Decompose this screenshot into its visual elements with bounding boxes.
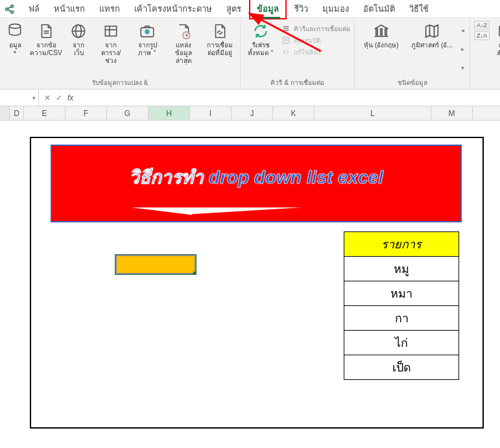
tab-file[interactable]: ฟล์ (22, 0, 46, 18)
btn-recent-sources[interactable]: แหล่ง ข้อมูลล่าสุด (167, 21, 200, 77)
banner-tail (52, 202, 460, 221)
cylinder-icon (6, 22, 24, 40)
tab-automate[interactable]: อัตโนมัติ (357, 0, 401, 18)
chevron-down-icon[interactable]: ▾ (32, 95, 36, 101)
list-icon (281, 23, 291, 34)
btn-sort-asc[interactable]: A↓Z (474, 21, 490, 30)
btn-label: จากข้อ ความ/CSV (30, 41, 62, 57)
col-header-J[interactable]: J (232, 106, 273, 120)
name-box[interactable]: ▾ (0, 89, 39, 106)
btn-edit-links[interactable]: แก้ไขลิงก์ (281, 47, 350, 57)
ribbon-group-sort: A↓Z Z↓A เรียง ลำดับ (470, 18, 500, 89)
svg-rect-27 (385, 29, 387, 35)
btn-label: จากรูป ภาพ ˅ (138, 41, 157, 57)
btn-queries-connections[interactable]: คิวรีและการเชื่อมต่อ (281, 23, 350, 34)
list-item: ไก่ (344, 331, 459, 355)
col-header-M[interactable]: M (431, 106, 473, 120)
tab-review[interactable]: รีวิว (288, 0, 315, 18)
btn-from-csv[interactable]: จากข้อ ความ/CSV (30, 21, 62, 77)
btn-label: หุ้น (อังกฤษ) (364, 41, 398, 49)
bank-icon (372, 22, 390, 40)
share-icon[interactable] (3, 2, 17, 16)
ribbon-group-queries: รีเฟรช ทั้งหมด ˅ คิวรีและการเชื่อมต่อ คุ… (241, 18, 355, 89)
svg-rect-25 (376, 29, 377, 35)
sort-mini: A↓Z Z↓A (474, 21, 490, 86)
group-label (474, 86, 500, 88)
list-item: หมู (344, 257, 459, 281)
btn-sort-desc[interactable]: Z↓A (474, 31, 490, 40)
btn-sort[interactable]: เรียง ลำดับ (494, 21, 500, 86)
link-icon (281, 47, 291, 57)
worksheet[interactable]: วิธีการทำ drop down list excel รายการ หม… (0, 121, 500, 445)
file-text-icon (37, 22, 55, 40)
svg-rect-11 (105, 26, 116, 36)
chevron-right-icon[interactable]: ▸ (461, 45, 464, 53)
cancel-icon[interactable]: ✕ (44, 93, 51, 102)
btn-label: การเชื่อม ต่อที่มีอยู่ (207, 41, 233, 57)
tab-view[interactable]: มุมมอง (316, 0, 355, 18)
formula-input[interactable] (78, 89, 500, 106)
btn-from-web[interactable]: จาก เว็บ (66, 21, 91, 77)
stack-label: แก้ไขลิงก์ (294, 47, 320, 57)
tab-home[interactable]: หน้าแรก (47, 0, 91, 18)
btn-properties[interactable]: คุณสมบัติ (281, 35, 350, 45)
svg-rect-26 (381, 29, 382, 35)
btn-existing-connections[interactable]: การเชื่อม ต่อที่มีอยู่ (204, 21, 236, 77)
col-header-G[interactable]: G (107, 106, 149, 120)
file-clock-icon (174, 22, 193, 40)
ribbon: อมูล ▾ จากข้อ ความ/CSV จาก เว็บ จาก ตาร (0, 18, 500, 89)
globe-icon (69, 22, 88, 40)
btn-refresh-all[interactable]: รีเฟรช ทั้งหมด ˅ (244, 21, 277, 77)
source-list-table[interactable]: รายการ หมู หมา กา ไก่ เป็ด (344, 231, 459, 380)
btn-getdata[interactable]: อมูล ▾ (4, 21, 26, 77)
list-header: รายการ (344, 232, 459, 257)
btn-label: จาก เว็บ (73, 41, 84, 57)
svg-point-15 (145, 29, 150, 34)
banner-fill: วิธีการทำ drop down list excel (52, 146, 460, 207)
datatype-nav: ◂ ▸ ▾ (460, 21, 466, 77)
formula-bar: ▾ ✕ ✓ fx (0, 89, 500, 106)
tab-formulas[interactable]: สูตร (220, 0, 248, 18)
title-banner-shape[interactable]: วิธีการทำ drop down list excel (51, 145, 462, 222)
column-headers: D E F G H I J K L M (0, 106, 500, 121)
camera-icon (138, 22, 156, 40)
list-item: หมา (344, 281, 459, 306)
btn-geography[interactable]: ภูมิศาสตร์ (อั... (408, 21, 456, 77)
col-header-H[interactable]: H (149, 106, 190, 120)
btn-from-table[interactable]: จาก ตาราง/ช่วง (95, 21, 127, 77)
tab-pagelayout[interactable]: เค้าโครงหน้ากระดาษ (128, 0, 219, 18)
col-header-K[interactable]: K (273, 106, 315, 120)
properties-icon (281, 35, 291, 45)
map-icon (423, 22, 441, 40)
svg-line-4 (8, 9, 11, 11)
table-icon (102, 22, 120, 40)
svg-line-18 (186, 36, 187, 36)
chevron-down-icon: ▾ (14, 49, 16, 56)
col-header-D[interactable]: D (10, 106, 24, 120)
stack-label: คิวรีและการเชื่อมต่อ (294, 24, 350, 34)
chevron-down-icon[interactable]: ▾ (461, 64, 464, 71)
chevron-left-icon[interactable]: ◂ (461, 27, 464, 34)
col-header-L[interactable]: L (315, 106, 431, 120)
btn-label: อมูล (9, 41, 21, 49)
btn-from-picture[interactable]: จากรูป ภาพ ˅ (131, 21, 163, 77)
btn-label: ภูมิศาสตร์ (อั... (411, 41, 452, 49)
tab-data[interactable]: ข้อมูล (249, 0, 287, 19)
enter-icon[interactable]: ✓ (56, 93, 62, 102)
col-header-I[interactable]: I (190, 106, 232, 120)
tab-help[interactable]: วิธีใช้ (403, 0, 435, 18)
list-item: กา (344, 306, 459, 331)
group-label: คิวรี & การเชื่อมต่อ (244, 77, 350, 88)
stack-label: คุณสมบัติ (294, 36, 320, 45)
queries-stack: คิวรีและการเชื่อมต่อ คุณสมบัติ แก้ไขลิงก… (281, 21, 350, 77)
btn-label: รีเฟรช ทั้งหมด ˅ (248, 41, 274, 57)
list-item: เป็ด (344, 355, 459, 380)
col-header-F[interactable]: F (65, 106, 107, 120)
fx-icon[interactable]: fx (67, 93, 73, 102)
col-header-E[interactable]: E (24, 106, 65, 120)
select-all-corner[interactable] (0, 106, 10, 120)
btn-stocks[interactable]: หุ้น (อังกฤษ) (359, 21, 404, 77)
ribbon-group-datatypes: หุ้น (อังกฤษ) ภูมิศาสตร์ (อั... ◂ ▸ ▾ ชน… (355, 18, 470, 89)
dropdown-target-cell[interactable] (115, 255, 196, 274)
tab-insert[interactable]: แทรก (93, 0, 126, 18)
